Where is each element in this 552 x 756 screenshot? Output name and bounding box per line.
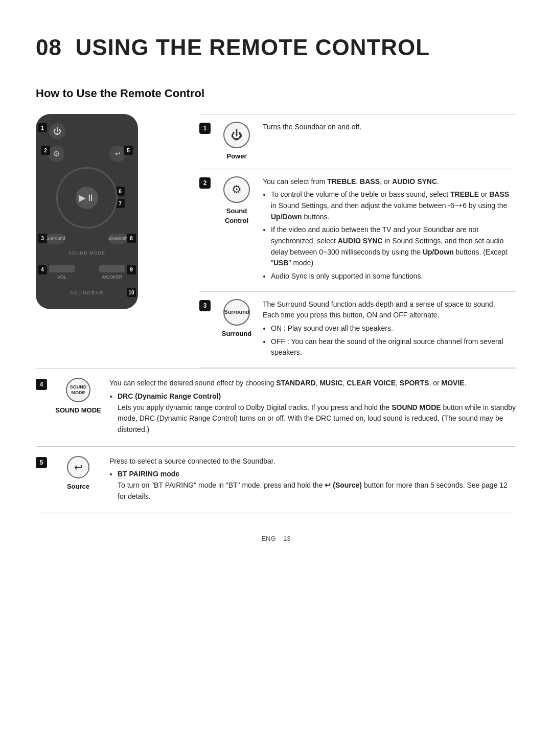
page-title: 08 USING THE REMOTE CONTROL: [36, 31, 516, 64]
bottom-section: 4 SOUNDMODE SOUND MODE You can select th…: [36, 368, 516, 513]
remote-power-btn[interactable]: ⏻: [49, 123, 65, 140]
remote-surround-btn[interactable]: Surround: [46, 234, 65, 244]
source-cell: ↩ Source: [55, 456, 101, 492]
section-title: How to Use the Remote Control: [36, 85, 516, 102]
surround-icon-cell: Surround Surround: [219, 299, 255, 339]
surround-label: Surround: [222, 329, 252, 339]
bottom-row-source: 5 ↩ Source Press to select a source conn…: [36, 447, 516, 514]
sound-control-icon-cell: ⚙ Sound Control: [219, 176, 255, 226]
surround-desc: The Surround Sound function adds depth a…: [263, 299, 516, 360]
badge-10: 10: [127, 288, 136, 297]
num-badge-2: 2: [199, 177, 211, 189]
power-icon: ⏻: [223, 122, 250, 148]
remote-gear-btn[interactable]: ⚙: [48, 146, 64, 162]
woofer-slider[interactable]: [99, 265, 125, 272]
source-btn-label: Source: [67, 482, 89, 492]
badge-1: 1: [38, 123, 47, 132]
surround-icon: Surround: [223, 299, 250, 326]
main-content: ⏻ 1 2 ⚙ 5 ↩ 6 7 ▶⏸: [36, 114, 516, 368]
remote-bluetooth-btn[interactable]: Bluetooth: [108, 234, 128, 244]
sound-control-label: Sound Control: [219, 206, 255, 226]
sound-control-desc: You can select from TREBLE, BASS, or AUD…: [263, 176, 516, 284]
remote-diagram: ⏻ 1 2 ⚙ 5 ↩ 6 7 ▶⏸: [36, 114, 184, 368]
table-row-surround: 3 Surround Surround The Surround Sound f…: [199, 292, 516, 368]
remote-body: ⏻ 1 2 ⚙ 5 ↩ 6 7 ▶⏸: [36, 114, 138, 309]
soundbar-label: SOUNDBAR: [70, 290, 104, 297]
table-row-sound-control: 2 ⚙ Sound Control You can select from TR…: [199, 169, 516, 292]
badge-5: 5: [124, 146, 133, 155]
sound-mode-label: SOUND MODE: [68, 250, 105, 257]
source-icon: ↩: [67, 456, 89, 478]
vol-woofer-row: VOL WOOFER: [45, 265, 129, 281]
remote-dpad[interactable]: 6 7 ▶⏸: [56, 167, 118, 228]
woofer-label: WOOFER: [102, 274, 123, 281]
badge-2: 2: [41, 146, 50, 155]
table-row-power: 1 ⏻ Power Turns the Soundbar on and off.: [199, 114, 516, 169]
remote-play-btn[interactable]: ▶⏸: [76, 187, 98, 209]
badge-9: 9: [127, 265, 136, 274]
power-label: Power: [226, 151, 246, 162]
bottom-row-sound-mode: 4 SOUNDMODE SOUND MODE You can select th…: [36, 369, 516, 446]
source-desc: Press to select a source connected to th…: [109, 456, 516, 504]
remote-soundmode-area: SOUND MODE: [68, 250, 105, 258]
num-badge-5: 5: [36, 457, 47, 468]
vol-label: VOL: [57, 274, 66, 281]
sound-mode-btn-label: SOUND MODE: [55, 405, 101, 416]
num-badge-4: 4: [36, 379, 47, 390]
vol-slider[interactable]: [49, 265, 75, 272]
sound-mode-desc: You can select the desired sound effect …: [109, 378, 516, 437]
feature-table: 1 ⏻ Power Turns the Soundbar on and off.…: [199, 114, 516, 368]
power-desc: Turns the Soundbar on and off.: [263, 122, 516, 133]
sound-mode-cell: SOUNDMODE SOUND MODE: [55, 378, 101, 416]
badge-8: 8: [127, 234, 136, 243]
sound-mode-icon: SOUNDMODE: [66, 378, 90, 402]
badge-4: 4: [38, 265, 47, 274]
num-badge-3: 3: [199, 300, 211, 311]
page-footer: ENG – 13: [36, 534, 516, 544]
power-icon-cell: ⏻ Power: [219, 122, 255, 162]
badge-3: 3: [38, 234, 47, 243]
sound-control-icon: ⚙: [223, 176, 250, 203]
num-badge-1: 1: [199, 123, 211, 134]
